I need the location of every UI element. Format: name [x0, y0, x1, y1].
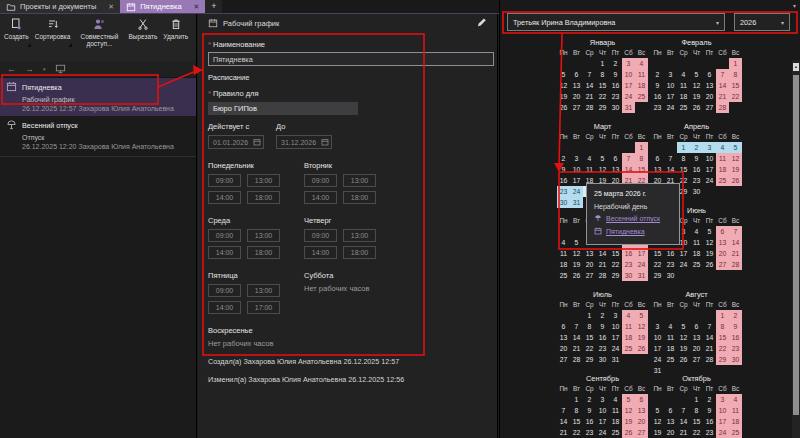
day-cell[interactable]: 23 — [651, 102, 664, 113]
day-cell[interactable]: 16 — [690, 164, 703, 175]
view-mode-icon[interactable] — [55, 60, 66, 78]
day-cell[interactable]: 30 — [729, 354, 742, 365]
day-cell[interactable]: 4 — [716, 142, 729, 153]
day-cell[interactable]: 27 — [690, 354, 703, 365]
person-select[interactable]: Третьяк Ирина Владимировна ▾ — [507, 13, 725, 31]
day-cell[interactable]: 6 — [635, 394, 648, 405]
list-item-2[interactable]: Весенний отпускОтпуск26.12.2025 12:20 За… — [0, 116, 196, 154]
year-select[interactable]: 2026 ▾ — [734, 13, 790, 31]
day-cell[interactable]: 13 — [583, 248, 596, 259]
day-cell[interactable]: 14 — [583, 80, 596, 91]
day-cell[interactable]: 21 — [596, 259, 609, 270]
day-cell[interactable]: 23 — [583, 427, 596, 438]
day-cell[interactable]: 31 — [609, 354, 622, 365]
day-cell[interactable]: 25 — [677, 102, 690, 113]
day-cell[interactable]: 15 — [570, 416, 583, 427]
day-cell[interactable]: 17 — [664, 91, 677, 102]
day-cell[interactable]: 24 — [716, 427, 729, 438]
day-cell[interactable]: 9 — [596, 321, 609, 332]
day-cell[interactable]: 17 — [716, 416, 729, 427]
day-cell[interactable]: 23 — [729, 343, 742, 354]
day-cell[interactable]: 30 — [664, 270, 677, 281]
day-cell[interactable]: 15 — [677, 164, 690, 175]
day-cell[interactable]: 30 — [596, 354, 609, 365]
day-cell[interactable]: 12 — [651, 416, 664, 427]
day-cell[interactable]: 13 — [609, 164, 622, 175]
day-cell[interactable]: 6 — [609, 153, 622, 164]
day-cell[interactable]: 9 — [729, 321, 742, 332]
day-cell[interactable]: 3 — [703, 142, 716, 153]
day-cell[interactable]: 30 — [690, 186, 703, 197]
day-cell[interactable]: 6 — [570, 69, 583, 80]
day-cell[interactable]: 18 — [635, 80, 648, 91]
day-cell[interactable]: 1 — [596, 58, 609, 69]
day-cell[interactable]: 27 — [583, 270, 596, 281]
forward-button[interactable]: → — [25, 64, 34, 74]
day-cell[interactable]: 26 — [729, 175, 742, 186]
day-cell[interactable]: 5 — [596, 153, 609, 164]
day-cell[interactable]: 7 — [729, 226, 742, 237]
day-cell[interactable]: 23 — [596, 343, 609, 354]
day-cell[interactable]: 14 — [677, 416, 690, 427]
day-cell[interactable]: 13 — [570, 80, 583, 91]
day-cell[interactable]: 12 — [635, 321, 648, 332]
day-cell[interactable]: 4 — [690, 226, 703, 237]
day-cell[interactable]: 15 — [651, 248, 664, 259]
edit-icon[interactable] — [476, 17, 487, 30]
day-cell[interactable]: 24 — [703, 175, 716, 186]
day-cell[interactable]: 11 — [557, 248, 570, 259]
day-cell[interactable]: 29 — [596, 102, 609, 113]
scroll-up-button[interactable]: ▲ — [793, 63, 799, 71]
day-cell[interactable]: 13 — [690, 332, 703, 343]
day-cell[interactable]: 8 — [690, 405, 703, 416]
day-cell[interactable]: 10 — [703, 153, 716, 164]
day-cell[interactable]: 25 — [716, 175, 729, 186]
day-cell[interactable]: 5 — [635, 310, 648, 321]
toolbar-button-4[interactable]: Вырезать — [125, 17, 160, 41]
day-cell[interactable]: 9 — [651, 80, 664, 91]
day-cell[interactable]: 24 — [596, 427, 609, 438]
day-cell[interactable]: 8 — [677, 153, 690, 164]
day-cell[interactable]: 4 — [609, 394, 622, 405]
day-cell[interactable]: 17 — [635, 248, 648, 259]
day-cell[interactable]: 16 — [583, 416, 596, 427]
day-cell[interactable]: 20 — [664, 427, 677, 438]
list-item-1[interactable]: ПятидневкаРабочий график26.12.2025 12:57… — [0, 78, 196, 116]
day-cell[interactable]: 5 — [729, 142, 742, 153]
day-cell[interactable]: 25 — [622, 343, 635, 354]
day-cell[interactable]: 5 — [690, 69, 703, 80]
day-cell[interactable]: 1 — [716, 310, 729, 321]
day-cell[interactable]: 9 — [703, 405, 716, 416]
day-cell[interactable]: 20 — [703, 91, 716, 102]
day-cell[interactable]: 17 — [651, 343, 664, 354]
new-tab-button[interactable]: + — [205, 0, 222, 13]
day-cell[interactable]: 18 — [609, 416, 622, 427]
day-cell[interactable]: 30 — [622, 270, 635, 281]
day-cell[interactable]: 22 — [716, 343, 729, 354]
day-cell[interactable]: 18 — [622, 332, 635, 343]
day-cell[interactable]: 21 — [583, 91, 596, 102]
day-cell[interactable]: 17 — [677, 248, 690, 259]
day-cell[interactable]: 6 — [690, 321, 703, 332]
day-cell[interactable]: 1 — [677, 142, 690, 153]
day-cell[interactable]: 17 — [596, 416, 609, 427]
close-icon[interactable]: ✕ — [108, 3, 114, 11]
day-cell[interactable]: 10 — [664, 80, 677, 91]
day-cell[interactable]: 25 — [557, 270, 570, 281]
day-cell[interactable]: 27 — [716, 259, 729, 270]
day-cell[interactable]: 12 — [622, 405, 635, 416]
day-cell[interactable]: 19 — [703, 248, 716, 259]
day-cell[interactable]: 4 — [583, 153, 596, 164]
day-cell[interactable]: 19 — [557, 91, 570, 102]
day-cell[interactable]: 7 — [664, 153, 677, 164]
day-cell[interactable]: 16 — [609, 80, 622, 91]
day-cell[interactable]: 11 — [583, 164, 596, 175]
day-cell[interactable]: 3 — [570, 153, 583, 164]
day-cell[interactable]: 14 — [729, 237, 742, 248]
day-cell[interactable]: 15 — [596, 80, 609, 91]
day-cell[interactable]: 15 — [609, 248, 622, 259]
day-cell[interactable]: 29 — [609, 270, 622, 281]
day-cell[interactable]: 19 — [622, 416, 635, 427]
toolbar-button-1[interactable]: Создать — [1, 17, 32, 41]
day-cell[interactable]: 14 — [716, 80, 729, 91]
